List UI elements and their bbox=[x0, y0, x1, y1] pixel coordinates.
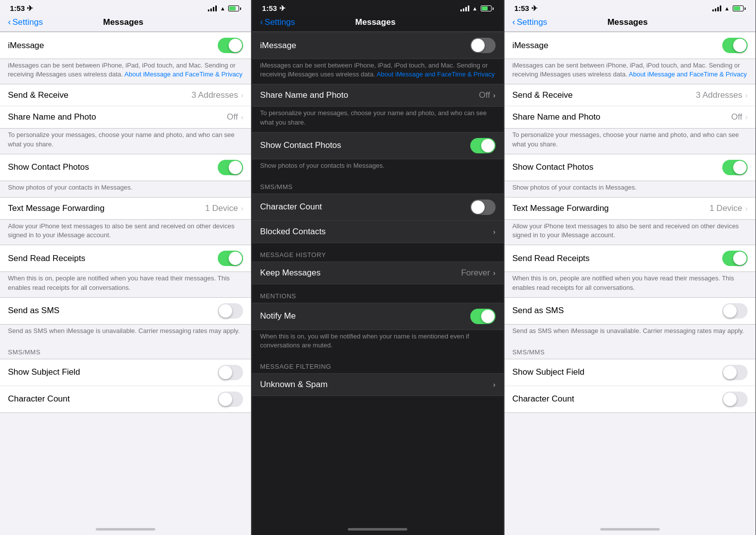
sms-setting-row: Character Count bbox=[0, 386, 251, 412]
toggle-switch[interactable] bbox=[470, 200, 496, 215]
status-time: 1:53 ✈ bbox=[10, 4, 33, 13]
toggle-thumb bbox=[219, 393, 232, 406]
toggle-switch[interactable] bbox=[470, 38, 496, 53]
home-bar bbox=[96, 528, 155, 531]
toggle-switch[interactable] bbox=[218, 392, 243, 407]
toggle-thumb bbox=[733, 252, 747, 265]
row-description: To personalize your messages, choose you… bbox=[504, 129, 756, 153]
filtering-row[interactable]: Unknown & Spam› bbox=[252, 374, 503, 396]
settings-group: Send as SMS bbox=[504, 297, 756, 325]
setting-row[interactable]: Show Contact Photos bbox=[252, 133, 503, 159]
setting-row[interactable]: Share Name and PhotoOff› bbox=[0, 106, 251, 128]
toggle-switch[interactable] bbox=[218, 303, 243, 319]
toggle-switch[interactable] bbox=[722, 38, 748, 53]
mentions-label: Notify Me bbox=[260, 311, 470, 321]
status-bar: 1:53 ✈▲ bbox=[0, 0, 251, 15]
setting-row[interactable]: Text Message Forwarding1 Device› bbox=[504, 198, 756, 219]
chevron-right-icon: › bbox=[745, 204, 748, 212]
sms-group: Show Subject FieldCharacter Count bbox=[0, 359, 251, 413]
signal-bars bbox=[712, 5, 721, 11]
setting-label: Send & Receive bbox=[8, 90, 191, 100]
setting-row[interactable]: Share Name and PhotoOff› bbox=[504, 106, 756, 128]
filtering-section-header: MESSAGE FILTERING bbox=[252, 355, 503, 373]
chevron-right-icon: › bbox=[493, 228, 496, 236]
setting-row[interactable]: Send Read Receipts bbox=[504, 245, 756, 271]
row-description: Show photos of your contacts in Messages… bbox=[504, 181, 756, 197]
nav-title: Messages bbox=[607, 17, 647, 27]
toggle-switch[interactable] bbox=[722, 251, 748, 266]
toggle-switch[interactable] bbox=[218, 160, 243, 175]
nav-bar: ‹SettingsMessages bbox=[252, 15, 503, 32]
nav-bar: ‹SettingsMessages bbox=[0, 15, 251, 32]
chevron-right-icon: › bbox=[241, 91, 244, 99]
toggle-switch[interactable] bbox=[722, 365, 748, 380]
setting-row[interactable]: Show Contact Photos bbox=[0, 154, 251, 181]
chevron-right-icon: › bbox=[493, 91, 496, 99]
setting-row[interactable]: Show Contact Photos bbox=[504, 154, 756, 181]
toggle-switch[interactable] bbox=[470, 138, 496, 153]
imessage-row: iMessage bbox=[0, 32, 251, 59]
setting-value: 1 Device bbox=[205, 203, 238, 213]
battery-icon bbox=[733, 5, 746, 11]
setting-label: Text Message Forwarding bbox=[8, 203, 205, 213]
setting-row[interactable]: Send Read Receipts bbox=[0, 245, 251, 271]
back-button[interactable]: ‹Settings bbox=[260, 17, 295, 27]
toggle-switch[interactable] bbox=[218, 365, 243, 380]
setting-label: Send Read Receipts bbox=[512, 254, 722, 264]
status-icons: ▲ bbox=[208, 5, 241, 11]
home-indicator bbox=[0, 523, 251, 535]
settings-group: Show Contact Photos bbox=[504, 154, 756, 181]
sms-setting-row[interactable]: Blocked Contacts› bbox=[252, 221, 503, 243]
toggle-thumb bbox=[219, 304, 232, 318]
imessage-group: iMessage bbox=[504, 32, 756, 59]
imessage-label: iMessage bbox=[8, 41, 44, 51]
settings-group: Show Contact Photos bbox=[0, 154, 251, 181]
settings-group: Show Contact Photos bbox=[252, 132, 503, 159]
settings-group: Share Name and PhotoOff› bbox=[252, 84, 503, 107]
imessage-privacy-link[interactable]: About iMessage and FaceTime & Privacy bbox=[377, 70, 495, 78]
nav-bar: ‹SettingsMessages bbox=[504, 15, 756, 32]
imessage-privacy-link[interactable]: About iMessage and FaceTime & Privacy bbox=[125, 70, 243, 78]
chevron-right-icon: › bbox=[493, 381, 496, 389]
status-time: 1:53 ✈ bbox=[262, 4, 285, 13]
message-history-row[interactable]: Keep MessagesForever› bbox=[252, 262, 503, 284]
toggle-thumb bbox=[471, 39, 485, 52]
row-description: Send as SMS when iMessage is unavailable… bbox=[504, 325, 756, 340]
home-indicator bbox=[252, 523, 503, 535]
battery-icon bbox=[481, 5, 494, 11]
setting-row[interactable]: Share Name and PhotoOff› bbox=[252, 84, 503, 106]
toggle-switch[interactable] bbox=[722, 160, 748, 175]
settings-content: iMessageiMessages can be sent between iP… bbox=[0, 32, 251, 523]
setting-row[interactable]: Text Message Forwarding1 Device› bbox=[0, 198, 251, 219]
wifi-icon: ▲ bbox=[472, 5, 478, 11]
imessage-row: iMessage bbox=[252, 32, 503, 59]
signal-bar bbox=[720, 5, 721, 11]
setting-row[interactable]: Send as SMS bbox=[0, 298, 251, 324]
imessage-privacy-link[interactable]: About iMessage and FaceTime & Privacy bbox=[629, 70, 747, 78]
setting-row[interactable]: Send & Receive3 Addresses› bbox=[0, 84, 251, 106]
sms-section-header: SMS/MMS bbox=[0, 340, 251, 359]
signal-bar bbox=[715, 8, 716, 11]
chevron-left-icon: ‹ bbox=[8, 17, 11, 27]
back-label: Settings bbox=[264, 17, 295, 27]
toggle-switch[interactable] bbox=[218, 251, 243, 266]
signal-bar bbox=[213, 7, 214, 11]
back-button[interactable]: ‹Settings bbox=[512, 17, 547, 27]
imessage-description: iMessages can be sent between iPhone, iP… bbox=[504, 59, 756, 84]
setting-row[interactable]: Send & Receive3 Addresses› bbox=[504, 84, 756, 106]
sms-setting-row: Show Subject Field bbox=[504, 359, 756, 386]
toggle-switch[interactable] bbox=[722, 303, 748, 319]
sms-group: Show Subject FieldCharacter Count bbox=[504, 359, 756, 413]
back-button[interactable]: ‹Settings bbox=[8, 17, 43, 27]
wifi-icon: ▲ bbox=[220, 5, 225, 11]
mentions-row[interactable]: Notify Me bbox=[252, 303, 503, 330]
toggle-switch[interactable] bbox=[470, 309, 496, 324]
message-history-label: Keep Messages bbox=[260, 268, 461, 278]
sms-setting-label: Character Count bbox=[512, 394, 722, 404]
back-label: Settings bbox=[12, 17, 43, 27]
signal-bar bbox=[465, 7, 467, 11]
settings-group: Send Read Receipts bbox=[0, 245, 251, 272]
toggle-switch[interactable] bbox=[722, 392, 748, 407]
setting-row[interactable]: Send as SMS bbox=[504, 298, 756, 324]
toggle-switch[interactable] bbox=[218, 38, 243, 53]
